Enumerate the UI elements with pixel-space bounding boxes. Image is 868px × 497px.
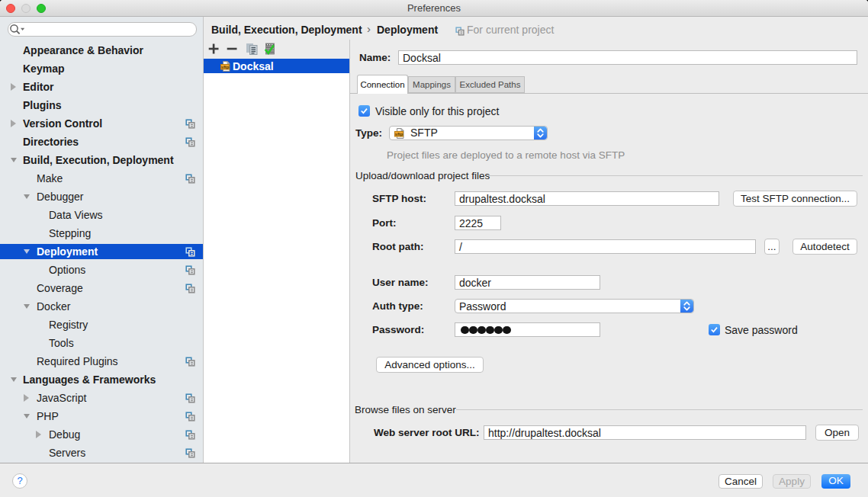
svg-text:sftp: sftp bbox=[395, 132, 403, 136]
svg-text:sftp: sftp bbox=[221, 65, 230, 69]
